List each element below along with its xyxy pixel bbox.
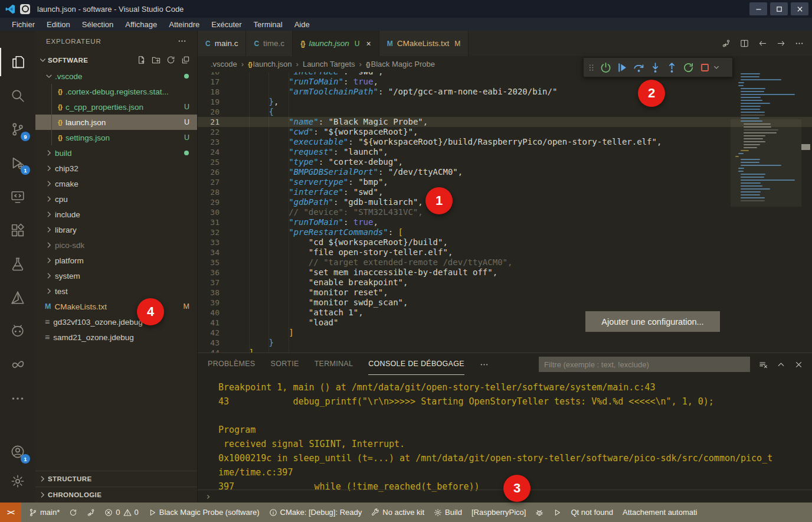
debug-filter-input[interactable] — [539, 357, 750, 372]
file-row-c-cpp-properties-json[interactable]: {}c_cpp_properties.jsonU — [35, 99, 197, 115]
tab-cmakelists-txt[interactable]: MCMakeLists.txtM — [379, 31, 469, 56]
activity-testing-icon[interactable] — [0, 250, 35, 278]
close-button[interactable] — [791, 2, 808, 15]
file-row-launch-json[interactable]: {}launch.jsonU — [35, 115, 197, 130]
file-row-cmakelists-txt[interactable]: MCMakeLists.txtM — [35, 299, 197, 314]
chevron-down-icon[interactable] — [713, 64, 720, 71]
debug-step-out-button[interactable] — [663, 59, 680, 76]
panel-close-icon[interactable] — [794, 360, 803, 369]
panel-more-icon[interactable] — [480, 360, 489, 369]
tab-launch-json[interactable]: {}launch.jsonU× — [293, 31, 379, 56]
section-structure[interactable]: STRUCTURE — [35, 471, 197, 487]
activity-run-and-debug-icon[interactable]: 1 — [0, 149, 35, 177]
status-qt-status[interactable]: Qt not found — [566, 503, 618, 522]
tab-time-c[interactable]: Ctime.c — [246, 31, 293, 56]
status-build-target[interactable]: [RaspberryPico] — [467, 503, 531, 522]
editor-scrollbar[interactable] — [800, 72, 812, 353]
panel-maximize-icon[interactable] — [777, 360, 785, 369]
add-configuration-button[interactable]: Ajouter une configuration... — [585, 311, 720, 332]
file-row-system[interactable]: system — [35, 268, 197, 283]
code-editor[interactable]: 16 "interface": "swd",17 "runToMain": tr… — [198, 72, 812, 353]
file-row--vscode[interactable]: .vscode — [35, 68, 197, 84]
status-git-compare[interactable] — [82, 503, 100, 522]
go-forward-icon[interactable] — [777, 39, 785, 48]
more-actions-icon[interactable] — [795, 39, 804, 48]
panel-tab-sortie[interactable]: SORTIE — [271, 353, 299, 375]
status-build[interactable]: Build — [429, 503, 467, 522]
breadcrumb-item[interactable]: {} Black Magic Probe — [366, 60, 435, 68]
go-back-icon[interactable] — [758, 39, 767, 48]
debug-continue-button[interactable] — [614, 59, 630, 76]
status-debug-target[interactable]: Black Magic Probe (software) — [143, 503, 264, 522]
section-chronologie[interactable]: CHRONOLOGIE — [35, 487, 197, 503]
menu-aide[interactable]: Aide — [289, 19, 316, 30]
menu-edition[interactable]: Edition — [41, 19, 76, 30]
activity-extensions-icon[interactable] — [0, 216, 35, 244]
menu-terminal[interactable]: Terminal — [248, 19, 289, 30]
file-row-platform[interactable]: platform — [35, 253, 197, 268]
tab-main-c[interactable]: Cmain.c — [198, 31, 246, 56]
breadcrumb-item[interactable]: Launch Targets — [303, 60, 355, 68]
split-editor-icon[interactable] — [740, 39, 749, 48]
toolbar-grip[interactable] — [587, 63, 596, 72]
file-row-gd32vf103-ozone-jdebug[interactable]: ≡gd32vf103_ozone.jdebug — [35, 314, 197, 329]
debug-stop-button[interactable] — [696, 59, 713, 76]
status-cmake-status[interactable]: CMake: [Debug]: Ready — [264, 503, 367, 522]
debug-start-button[interactable] — [597, 59, 614, 76]
activity-cmake-tools-icon[interactable] — [0, 283, 35, 312]
compare-changes-icon[interactable] — [722, 39, 731, 48]
new-folder-icon[interactable] — [152, 56, 161, 64]
file-row--cortex-debug-registers-stat-[interactable]: {}.cortex-debug.registers.stat... — [35, 84, 197, 99]
minimize-button[interactable] — [749, 2, 767, 15]
panel-tab-console-de-d-bogage[interactable]: CONSOLE DE DÉBOGAGE — [368, 353, 464, 375]
panel-tab-terminal[interactable]: TERMINAL — [315, 353, 353, 375]
file-row-include[interactable]: include — [35, 207, 197, 222]
status-launch[interactable] — [548, 503, 566, 522]
file-row-settings-json[interactable]: {}settings.jsonU — [35, 130, 197, 145]
status-git-branch[interactable]: main* — [24, 503, 64, 522]
activity-search-icon[interactable] — [0, 81, 35, 110]
status-debug[interactable] — [531, 503, 548, 522]
close-tab-icon[interactable]: × — [366, 39, 371, 48]
debug-step-over-button[interactable] — [630, 59, 647, 76]
menu-fichier[interactable]: Fichier — [6, 19, 41, 30]
file-row-chip32[interactable]: chip32 — [35, 161, 197, 176]
debug-restart-button[interactable] — [680, 59, 696, 76]
activity-explorer-icon[interactable] — [0, 48, 35, 76]
status-problems[interactable]: 00 — [100, 503, 143, 522]
menu-sélection[interactable]: Sélection — [76, 19, 119, 30]
panel-tab-probl-mes[interactable]: PROBLÈMES — [208, 353, 256, 375]
activity-visual-studio-icon[interactable] — [0, 351, 35, 379]
file-row-cpu[interactable]: cpu — [35, 191, 197, 207]
status-remote[interactable]: >< — [0, 503, 21, 522]
menu-exécuter[interactable]: Exécuter — [205, 19, 247, 30]
file-row-test[interactable]: test — [35, 283, 197, 299]
activity-more-views-icon[interactable] — [0, 384, 35, 413]
status-auto-attach[interactable]: Attachement automati — [618, 503, 702, 522]
file-row-build[interactable]: build — [35, 145, 197, 161]
activity-source-control-icon[interactable]: 9 — [0, 115, 35, 143]
file-row-cmake[interactable]: cmake — [35, 176, 197, 191]
activity-platformio-icon[interactable] — [0, 317, 35, 345]
file-row-pico-sdk[interactable]: pico-sdk — [35, 237, 197, 253]
breadcrumb-item[interactable]: {} launch.json — [248, 60, 292, 68]
maximize-button[interactable] — [770, 2, 788, 15]
menu-affichage[interactable]: Affichage — [119, 19, 163, 30]
status-sync[interactable] — [64, 503, 82, 522]
activity-accounts-icon[interactable]: 1 — [0, 438, 35, 466]
collapse-all-icon[interactable] — [181, 56, 190, 64]
status-active-kit[interactable]: No active kit — [366, 503, 429, 522]
debug-step-into-button[interactable] — [647, 59, 663, 76]
minimap[interactable] — [733, 73, 799, 353]
menu-atteindre[interactable]: Atteindre — [163, 19, 205, 30]
activity-remote-explorer-icon[interactable] — [0, 182, 35, 211]
clear-console-icon[interactable] — [759, 360, 768, 369]
new-file-icon[interactable] — [137, 56, 146, 64]
breadcrumb-item[interactable]: .vscode — [211, 60, 237, 68]
file-row-samd21-ozone-jdebug[interactable]: ≡samd21_ozone.jdebug — [35, 329, 197, 345]
workspace-section-header[interactable]: SOFTWARE — [35, 51, 197, 68]
file-row-library[interactable]: library — [35, 222, 197, 237]
refresh-icon[interactable] — [166, 56, 175, 64]
more-actions-icon[interactable] — [178, 37, 186, 45]
activity-settings-icon[interactable] — [0, 467, 35, 495]
